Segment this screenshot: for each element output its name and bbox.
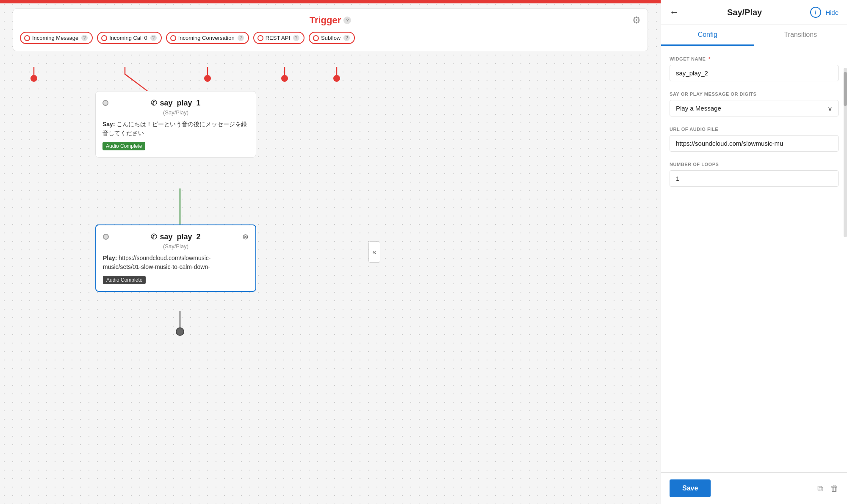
panel-scrollbar[interactable] — [844, 68, 847, 237]
url-input[interactable] — [670, 135, 839, 152]
loops-group: NUMBER OF LOOPS — [670, 162, 839, 187]
node-title: say_play_2 — [160, 233, 200, 241]
node-say-play-2[interactable]: ✆ say_play_2 ⊗ (Say/Play) Play: https://… — [95, 224, 256, 292]
node-subtitle: (Say/Play) — [102, 109, 249, 116]
pill-help-icon[interactable]: ? — [150, 35, 157, 41]
pill-help-icon[interactable]: ? — [293, 35, 299, 41]
node-content: Say: こんにちは！ピーという音の後にメッセージを録音してください — [102, 120, 249, 138]
pill-help-icon[interactable]: ? — [238, 35, 244, 41]
url-group: URL OF AUDIO FILE — [670, 127, 839, 152]
content-text: https://soundcloud.com/slowmusic-music/s… — [103, 255, 210, 270]
pill-circle — [257, 35, 263, 41]
audio-complete-badge-2[interactable]: Audio Complete — [103, 276, 146, 284]
hide-button[interactable]: Hide — [825, 9, 839, 16]
pill-incoming-message[interactable]: Incoming Message ? — [20, 32, 93, 44]
node-circle — [102, 100, 108, 106]
pill-label: Incoming Call 0 — [109, 35, 147, 41]
node-header: ✆ say_play_1 — [102, 98, 249, 108]
pill-circle — [24, 35, 30, 41]
content-label: Say: — [102, 121, 115, 127]
node-subtitle: (Say/Play) — [103, 243, 249, 249]
pill-circle — [313, 35, 319, 41]
panel-header: ← Say/Play i Hide — [661, 0, 847, 25]
tab-config[interactable]: Config — [661, 25, 754, 46]
trash-icon[interactable]: 🗑 — [830, 484, 839, 493]
back-button[interactable]: ← — [670, 7, 679, 18]
say-play-select[interactable]: Say a Message Play a Message Play Digits — [670, 100, 839, 116]
footer-icons: ⧉ 🗑 — [817, 484, 839, 493]
svg-point-12 — [176, 328, 184, 335]
pill-label: Subflow — [321, 35, 340, 41]
pill-label: Incoming Conversation — [178, 35, 235, 41]
gear-icon[interactable]: ⚙ — [632, 15, 641, 26]
trigger-box: Trigger ? ⚙ Incoming Message ? Incoming … — [13, 8, 648, 51]
canvas-area: Trigger ? ⚙ Incoming Message ? Incoming … — [0, 0, 661, 504]
node-content: Play: https://soundcloud.com/slowmusic-m… — [103, 254, 249, 271]
info-button[interactable]: i — [810, 7, 821, 18]
top-red-bar — [0, 0, 661, 3]
say-play-select-wrapper: Say a Message Play a Message Play Digits… — [670, 100, 839, 116]
copy-icon[interactable]: ⧉ — [817, 484, 823, 493]
pill-label: REST API — [266, 35, 290, 41]
pill-rest-api[interactable]: REST API ? — [253, 32, 304, 44]
widget-name-group: WIDGET NAME * — [670, 56, 839, 81]
collapse-button[interactable]: « — [368, 241, 380, 263]
svg-point-1 — [30, 75, 37, 82]
phone-icon: ✆ — [151, 98, 157, 108]
url-label: URL OF AUDIO FILE — [670, 127, 839, 132]
pill-incoming-call[interactable]: Incoming Call 0 ? — [97, 32, 162, 44]
pill-label: Incoming Message — [32, 35, 78, 41]
audio-complete-badge-1[interactable]: Audio Complete — [102, 142, 145, 150]
right-panel: ← Say/Play i Hide Config Transitions WID… — [661, 0, 847, 504]
pill-circle — [101, 35, 107, 41]
panel-tabs: Config Transitions — [661, 25, 847, 46]
say-play-label: SAY OR PLAY MESSAGE OR DIGITS — [670, 91, 839, 97]
svg-point-6 — [281, 75, 288, 82]
svg-point-8 — [333, 75, 340, 82]
trigger-help-icon[interactable]: ? — [343, 17, 351, 24]
widget-name-input[interactable] — [670, 65, 839, 81]
required-indicator: * — [709, 56, 711, 61]
panel-title: Say/Play — [683, 8, 806, 17]
panel-content: WIDGET NAME * SAY OR PLAY MESSAGE OR DIG… — [661, 46, 847, 472]
loops-input[interactable] — [670, 170, 839, 187]
content-text: こんにちは！ピーという音の後にメッセージを録音してください — [102, 121, 247, 136]
trigger-pills: Incoming Message ? Incoming Call 0 ? Inc… — [20, 32, 641, 44]
content-label: Play: — [103, 255, 117, 261]
save-button[interactable]: Save — [670, 479, 711, 497]
node-title: say_play_1 — [160, 99, 200, 108]
node-say-play-1[interactable]: ✆ say_play_1 (Say/Play) Say: こんにちは！ピーという… — [95, 91, 256, 158]
node-header: ✆ say_play_2 ⊗ — [103, 232, 249, 241]
pill-help-icon[interactable]: ? — [81, 35, 88, 41]
trigger-header: Trigger ? ⚙ — [20, 15, 641, 26]
loops-label: NUMBER OF LOOPS — [670, 162, 839, 167]
node-circle — [103, 234, 109, 240]
pill-circle — [170, 35, 176, 41]
close-icon[interactable]: ⊗ — [242, 232, 249, 241]
pill-subflow[interactable]: Subflow ? — [309, 32, 355, 44]
scrollbar-thumb — [844, 72, 847, 106]
trigger-title: Trigger — [310, 15, 341, 26]
svg-point-4 — [204, 75, 211, 82]
phone-icon: ✆ — [151, 232, 157, 241]
say-play-group: SAY OR PLAY MESSAGE OR DIGITS Say a Mess… — [670, 91, 839, 116]
pill-help-icon[interactable]: ? — [343, 35, 350, 41]
tab-transitions[interactable]: Transitions — [754, 25, 847, 46]
panel-footer: Save ⧉ 🗑 — [661, 472, 847, 504]
pill-incoming-conversation[interactable]: Incoming Conversation ? — [166, 32, 249, 44]
widget-name-label: WIDGET NAME * — [670, 56, 839, 61]
